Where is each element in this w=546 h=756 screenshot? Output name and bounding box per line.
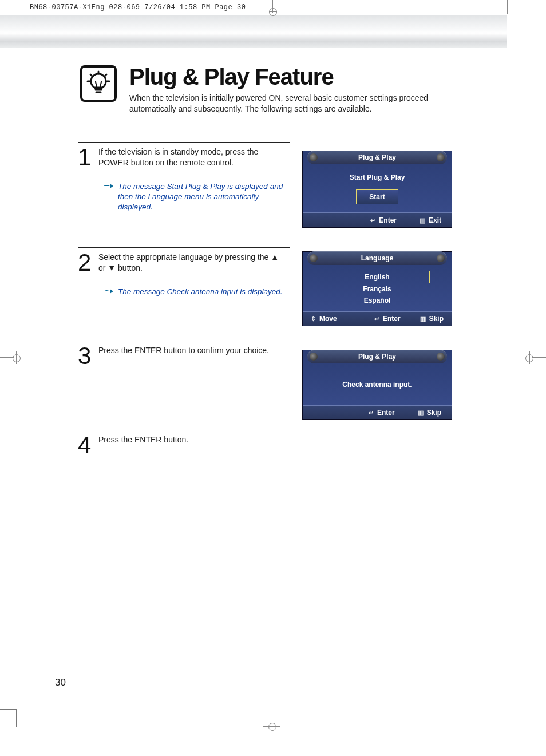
osd-message: Check antenna input. xyxy=(308,381,446,389)
menu-icon: ▥ xyxy=(418,409,424,417)
footer-enter: ↵Enter xyxy=(370,216,397,224)
crop-mark xyxy=(507,0,508,14)
footer-exit: ▥Exit xyxy=(420,216,441,224)
lightbulb-icon xyxy=(80,65,117,102)
start-button[interactable]: Start xyxy=(356,189,398,204)
menu-icon: ▥ xyxy=(420,217,425,224)
footer-enter: ↵Enter xyxy=(374,315,401,323)
language-option-english[interactable]: English xyxy=(325,271,430,283)
arrow-icon xyxy=(103,183,113,189)
osd-plug-and-play: Plug & Play Start Plug & Play Start ↵Ent… xyxy=(302,151,452,228)
step-number: 2 xyxy=(78,252,98,297)
language-option-francais[interactable]: Français xyxy=(308,283,446,295)
decorative-band xyxy=(0,15,507,48)
osd-language: Language English Français Español ⇕Move … xyxy=(302,251,452,326)
step-number: 4 xyxy=(78,434,98,456)
language-option-espanol[interactable]: Español xyxy=(308,295,446,306)
page-number: 30 xyxy=(55,677,66,688)
hint-text: The message Check antenna input is displ… xyxy=(118,287,282,297)
osd-subtitle: Start Plug & Play xyxy=(308,173,446,181)
page-title: Plug & Play Feature xyxy=(129,65,546,88)
crop-mark xyxy=(0,699,23,722)
registration-mark xyxy=(521,349,546,366)
step-text: If the television is in standby mode, pr… xyxy=(98,147,258,168)
svg-point-0 xyxy=(91,74,106,89)
arrow-icon xyxy=(103,288,113,295)
registration-mark xyxy=(263,718,280,735)
osd-title: Plug & Play xyxy=(307,350,447,363)
footer-move: ⇕Move xyxy=(311,315,337,323)
step-text: Select the appropriate language by press… xyxy=(98,252,279,273)
enter-icon: ↵ xyxy=(369,409,374,417)
step-text: Press the ENTER button. xyxy=(98,435,188,444)
footer-skip: ▥Skip xyxy=(420,315,444,323)
osd-title: Plug & Play xyxy=(307,151,447,164)
osd-title: Language xyxy=(307,251,447,265)
osd-check-antenna: Plug & Play Check antenna input. ↵Enter … xyxy=(302,350,452,420)
updown-icon: ⇕ xyxy=(311,315,316,323)
step-text: Press the ENTER button to confirm your c… xyxy=(98,346,269,355)
enter-icon: ↵ xyxy=(374,315,379,323)
step-number: 3 xyxy=(78,345,98,367)
menu-icon: ▥ xyxy=(420,315,426,323)
hint-text: The message Start Plug & Play is display… xyxy=(118,181,286,213)
footer-enter: ↵Enter xyxy=(369,409,395,417)
enter-icon: ↵ xyxy=(370,217,375,224)
registration-mark xyxy=(264,0,282,14)
registration-mark xyxy=(0,349,25,366)
page-intro: When the television is initially powered… xyxy=(129,93,461,114)
step-4: 4 Press the ENTER button. xyxy=(78,430,491,456)
step-number: 1 xyxy=(78,147,98,213)
footer-skip: ▥Skip xyxy=(418,409,441,417)
